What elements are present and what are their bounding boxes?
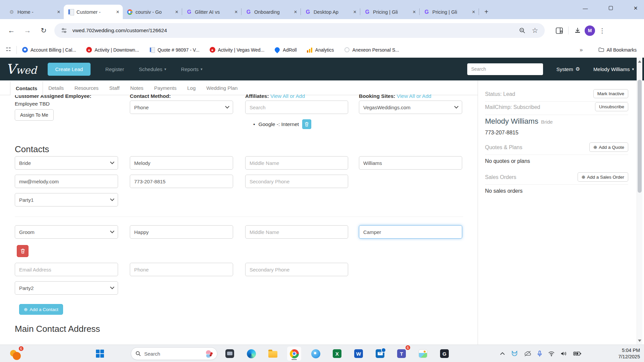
taskbar-edge-icon[interactable] bbox=[244, 347, 258, 361]
affiliates-view-all-link[interactable]: View All or Add bbox=[270, 93, 305, 99]
scroll-down-icon[interactable] bbox=[638, 340, 641, 342]
unsubscribe-button[interactable]: Unsubscribe bbox=[595, 102, 628, 111]
bookmark-quote[interactable]: Quote # 98097 - V... bbox=[149, 47, 200, 53]
tab-close-icon[interactable]: × bbox=[352, 9, 358, 15]
nav-schedules[interactable]: Schedules▾ bbox=[139, 66, 166, 72]
tab-pricing-1[interactable]: G Pricing | Gli × bbox=[360, 5, 419, 19]
scrollbar-thumb[interactable] bbox=[638, 80, 642, 193]
tab-coursiv[interactable]: coursiv - Go × bbox=[123, 5, 182, 19]
onedrive-paused-icon[interactable] bbox=[524, 351, 531, 357]
bookmarks-overflow-icon[interactable]: » bbox=[580, 47, 583, 53]
tab-wedding-plan[interactable]: Wedding Plan bbox=[201, 81, 243, 95]
tab-close-icon[interactable]: × bbox=[411, 9, 417, 15]
battery-charging-icon[interactable] bbox=[573, 351, 581, 356]
remove-affiliate-button[interactable] bbox=[302, 119, 311, 129]
tab-glitter-ai[interactable]: G Glitter AI vs × bbox=[182, 5, 241, 19]
taskbar-notification-icon[interactable]: 6 bbox=[9, 347, 23, 361]
taskbar-outlook-icon[interactable] bbox=[373, 347, 387, 361]
contact-method-select[interactable]: Phone bbox=[130, 101, 233, 114]
nav-user-menu[interactable]: Melody Williams▾ bbox=[593, 66, 634, 72]
taskbar-clock[interactable]: 5:04 PM 7/12/2025 bbox=[618, 347, 640, 360]
contact1-role-select[interactable]: Bride bbox=[15, 156, 118, 170]
contact2-party-select[interactable]: Party2 bbox=[15, 281, 118, 295]
start-button[interactable] bbox=[96, 350, 104, 358]
contact1-email-input[interactable] bbox=[15, 175, 118, 188]
tab-close-icon[interactable]: × bbox=[292, 9, 299, 15]
bookmark-star-icon[interactable]: ☆ bbox=[531, 26, 539, 35]
window-maximize-button[interactable] bbox=[603, 0, 619, 16]
tab-desktop-app[interactable]: G Desktop Ap × bbox=[301, 5, 360, 19]
zoom-out-icon[interactable] bbox=[518, 26, 527, 35]
tab-close-icon[interactable]: × bbox=[233, 9, 239, 15]
contact2-last-name-input[interactable] bbox=[359, 225, 462, 239]
browser-menu-icon[interactable]: ⋮ bbox=[599, 27, 605, 35]
all-bookmarks-button[interactable]: All Bookmarks bbox=[598, 47, 637, 53]
contact2-first-name-input[interactable] bbox=[130, 225, 233, 239]
taskbar-darkapp-icon[interactable] bbox=[223, 347, 237, 361]
microphone-icon[interactable] bbox=[537, 351, 542, 357]
bookmark-anexeon[interactable]: Anexeon Personal S... bbox=[344, 47, 399, 53]
tab-close-icon[interactable]: × bbox=[471, 9, 477, 15]
new-tab-button[interactable]: + bbox=[482, 7, 491, 16]
tab-close-icon[interactable]: × bbox=[115, 9, 121, 15]
tab-contacts[interactable]: Contacts bbox=[10, 81, 43, 95]
downloads-icon[interactable] bbox=[573, 26, 582, 35]
tab-pricing-2[interactable]: G Pricing | Gli × bbox=[420, 5, 479, 19]
contact1-secondary-phone-input[interactable] bbox=[245, 175, 348, 188]
taskbar-word-icon[interactable]: W bbox=[352, 347, 366, 361]
window-close-button[interactable]: × bbox=[628, 0, 643, 16]
tab-resources[interactable]: Resources bbox=[69, 81, 104, 95]
contact2-role-select[interactable]: Groom bbox=[15, 225, 118, 239]
apps-grid-icon[interactable] bbox=[5, 47, 11, 53]
site-settings-icon[interactable] bbox=[60, 26, 68, 35]
volume-icon[interactable] bbox=[561, 351, 567, 356]
scroll-up-icon[interactable] bbox=[638, 60, 641, 63]
wifi-icon[interactable] bbox=[548, 351, 555, 356]
affiliates-search-input[interactable] bbox=[245, 101, 348, 114]
taskbar-excel-icon[interactable]: X bbox=[330, 347, 344, 361]
page-scrollbar[interactable] bbox=[637, 58, 642, 345]
bookmark-analytics[interactable]: Analytics bbox=[307, 47, 334, 53]
contact1-phone-input[interactable] bbox=[130, 175, 233, 188]
tab-close-icon[interactable]: × bbox=[174, 9, 180, 15]
bookmark-activity-vegas[interactable]: * Activity | Vegas Wed... bbox=[210, 47, 265, 53]
contact2-middle-name-input[interactable] bbox=[245, 225, 348, 239]
tab-customer-active[interactable]: Customer - × bbox=[64, 5, 123, 19]
taskbar-blueapp-icon[interactable] bbox=[309, 347, 323, 361]
bookmark-adroll[interactable]: AdRoll bbox=[274, 47, 297, 53]
contact2-secondary-phone-input[interactable] bbox=[245, 263, 348, 276]
back-button[interactable]: ← bbox=[5, 24, 18, 37]
reload-button[interactable]: ↻ bbox=[37, 24, 50, 37]
contact2-email-input[interactable] bbox=[15, 263, 118, 276]
app-search-input[interactable] bbox=[467, 63, 543, 75]
side-panel-icon[interactable] bbox=[555, 26, 564, 35]
tab-close-icon[interactable]: × bbox=[56, 9, 62, 15]
contact1-middle-name-input[interactable] bbox=[245, 156, 348, 170]
vwed-logo[interactable]: Vwed bbox=[6, 61, 37, 77]
nav-register[interactable]: Register bbox=[105, 66, 124, 72]
booking-view-all-link[interactable]: View All or Add bbox=[397, 93, 431, 99]
add-contact-button[interactable]: ⊕ Add a Contact bbox=[19, 304, 63, 315]
tab-details[interactable]: Details bbox=[43, 81, 69, 95]
tab-home[interactable]: ⚙ Home - × bbox=[5, 5, 64, 19]
bookmark-account-billing[interactable]: Account Billing | Cal... bbox=[22, 47, 76, 53]
assign-to-me-button[interactable]: Assign To Me bbox=[15, 109, 54, 121]
contact1-last-name-input[interactable] bbox=[359, 156, 462, 170]
taskbar-teams-icon[interactable]: T6 bbox=[394, 347, 409, 361]
add-sales-order-button[interactable]: ⊕Add a Sales Order bbox=[578, 172, 628, 182]
url-text[interactable]: vwed.702wedding.com/customer/126624 bbox=[72, 27, 167, 34]
taskbar-file-explorer-icon[interactable] bbox=[266, 347, 280, 361]
nav-reports[interactable]: Reports▾ bbox=[181, 66, 203, 72]
contact1-first-name-input[interactable] bbox=[130, 156, 233, 170]
tray-expand-icon[interactable] bbox=[500, 352, 505, 355]
taskbar-search[interactable]: Search bbox=[131, 347, 217, 360]
tab-notes[interactable]: Notes bbox=[125, 81, 149, 95]
taskbar-chrome-icon[interactable] bbox=[287, 347, 301, 361]
contact1-party-select[interactable]: Party1 bbox=[15, 193, 118, 206]
booking-sites-select[interactable]: VegasWeddings.com bbox=[359, 101, 462, 114]
taskbar-photos-icon[interactable] bbox=[416, 347, 430, 361]
add-quote-button[interactable]: ⊕Add a Quote bbox=[589, 142, 628, 152]
tab-staff[interactable]: Staff bbox=[104, 81, 125, 95]
tab-onboarding[interactable]: G Onboarding × bbox=[241, 5, 301, 19]
fox-vpn-icon[interactable] bbox=[511, 351, 518, 357]
